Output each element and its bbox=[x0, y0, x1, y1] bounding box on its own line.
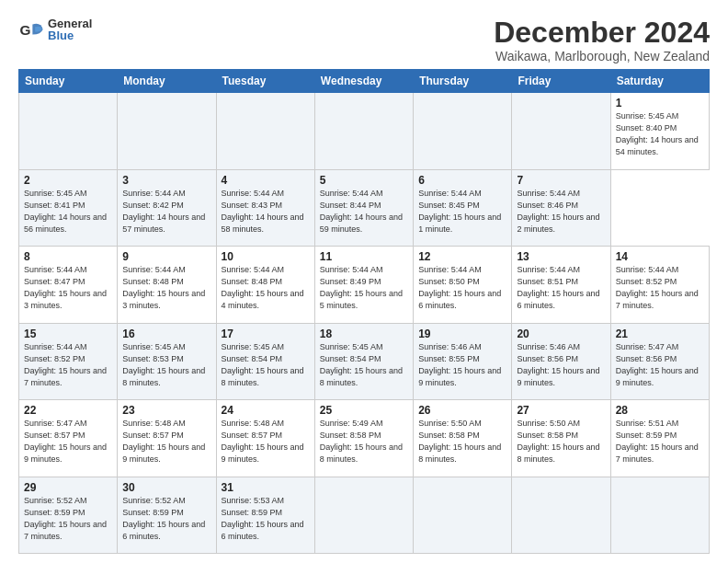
day-cell: 17Sunrise: 5:45 AMSunset: 8:54 PMDayligh… bbox=[216, 323, 314, 399]
day-number: 14 bbox=[616, 250, 704, 263]
day-info: Sunrise: 5:49 AMSunset: 8:58 PMDaylight:… bbox=[320, 418, 408, 465]
day-cell bbox=[414, 477, 512, 553]
day-cell: 20Sunrise: 5:46 AMSunset: 8:56 PMDayligh… bbox=[512, 323, 610, 399]
day-info: Sunrise: 5:44 AMSunset: 8:46 PMDaylight:… bbox=[517, 188, 605, 236]
day-info: Sunrise: 5:44 AMSunset: 8:50 PMDaylight:… bbox=[418, 264, 506, 312]
day-info: Sunrise: 5:48 AMSunset: 8:57 PMDaylight:… bbox=[222, 418, 310, 465]
day-number: 22 bbox=[24, 404, 112, 417]
day-info: Sunrise: 5:50 AMSunset: 8:58 PMDaylight:… bbox=[418, 418, 506, 465]
day-cell: 31Sunrise: 5:53 AMSunset: 8:59 PMDayligh… bbox=[216, 477, 314, 553]
day-cell: 22Sunrise: 5:47 AMSunset: 8:57 PMDayligh… bbox=[19, 400, 118, 477]
day-info: Sunrise: 5:44 AMSunset: 8:42 PMDaylight:… bbox=[122, 188, 210, 236]
col-wednesday: Wednesday bbox=[314, 70, 413, 93]
calendar-week-4: 15Sunrise: 5:44 AMSunset: 8:52 PMDayligh… bbox=[19, 323, 710, 399]
day-info: Sunrise: 5:44 AMSunset: 8:45 PMDaylight:… bbox=[418, 188, 506, 236]
day-info: Sunrise: 5:44 AMSunset: 8:51 PMDaylight:… bbox=[517, 264, 605, 312]
day-info: Sunrise: 5:45 AMSunset: 8:54 PMDaylight:… bbox=[320, 341, 408, 389]
day-cell: 7Sunrise: 5:44 AMSunset: 8:46 PMDaylight… bbox=[512, 169, 610, 246]
empty-cell bbox=[512, 93, 610, 169]
logo-icon: G bbox=[18, 17, 44, 42]
day-info: Sunrise: 5:48 AMSunset: 8:57 PMDaylight:… bbox=[122, 418, 210, 465]
day-cell: 15Sunrise: 5:44 AMSunset: 8:52 PMDayligh… bbox=[19, 323, 118, 399]
day-number: 10 bbox=[222, 250, 310, 263]
day-info: Sunrise: 5:45 AMSunset: 8:40 PMDaylight:… bbox=[616, 110, 704, 158]
day-cell: 21Sunrise: 5:47 AMSunset: 8:56 PMDayligh… bbox=[610, 323, 709, 399]
calendar-body: 1Sunrise: 5:45 AMSunset: 8:40 PMDaylight… bbox=[19, 93, 710, 554]
col-friday: Friday bbox=[512, 70, 610, 93]
day-cell: 4Sunrise: 5:44 AMSunset: 8:43 PMDaylight… bbox=[216, 169, 314, 246]
day-cell: 8Sunrise: 5:44 AMSunset: 8:47 PMDaylight… bbox=[19, 247, 118, 323]
day-cell: 18Sunrise: 5:45 AMSunset: 8:54 PMDayligh… bbox=[314, 323, 413, 399]
day-number: 24 bbox=[222, 404, 310, 417]
day-cell: 26Sunrise: 5:50 AMSunset: 8:58 PMDayligh… bbox=[414, 400, 512, 477]
day-number: 21 bbox=[616, 327, 704, 340]
day-number: 27 bbox=[517, 404, 605, 417]
day-cell: 5Sunrise: 5:44 AMSunset: 8:44 PMDaylight… bbox=[314, 169, 413, 246]
calendar-table: Sunday Monday Tuesday Wednesday Thursday… bbox=[18, 69, 710, 554]
day-info: Sunrise: 5:51 AMSunset: 8:59 PMDaylight:… bbox=[616, 418, 704, 465]
day-info: Sunrise: 5:44 AMSunset: 8:44 PMDaylight:… bbox=[320, 188, 408, 236]
col-sunday: Sunday bbox=[19, 70, 118, 93]
day-cell: 23Sunrise: 5:48 AMSunset: 8:57 PMDayligh… bbox=[118, 400, 216, 477]
day-number: 30 bbox=[122, 481, 210, 494]
empty-cell bbox=[118, 93, 216, 169]
day-number: 28 bbox=[616, 404, 704, 417]
day-cell: 3Sunrise: 5:44 AMSunset: 8:42 PMDaylight… bbox=[118, 169, 216, 246]
calendar-week-2: 2Sunrise: 5:45 AMSunset: 8:41 PMDaylight… bbox=[19, 169, 710, 246]
empty-cell bbox=[314, 93, 413, 169]
title-block: December 2024 Waikawa, Marlborough, New … bbox=[494, 17, 710, 63]
day-number: 12 bbox=[418, 250, 506, 263]
calendar-week-5: 22Sunrise: 5:47 AMSunset: 8:57 PMDayligh… bbox=[19, 400, 710, 477]
day-info: Sunrise: 5:44 AMSunset: 8:49 PMDaylight:… bbox=[320, 264, 408, 312]
day-number: 5 bbox=[320, 174, 408, 187]
day-info: Sunrise: 5:47 AMSunset: 8:57 PMDaylight:… bbox=[24, 418, 112, 465]
col-tuesday: Tuesday bbox=[216, 70, 314, 93]
day-cell: 1Sunrise: 5:45 AMSunset: 8:40 PMDaylight… bbox=[610, 93, 709, 169]
day-cell: 16Sunrise: 5:45 AMSunset: 8:53 PMDayligh… bbox=[118, 323, 216, 399]
day-cell: 11Sunrise: 5:44 AMSunset: 8:49 PMDayligh… bbox=[314, 247, 413, 323]
day-number: 3 bbox=[122, 174, 210, 187]
day-number: 25 bbox=[320, 404, 408, 417]
day-cell: 6Sunrise: 5:44 AMSunset: 8:45 PMDaylight… bbox=[414, 169, 512, 246]
day-info: Sunrise: 5:52 AMSunset: 8:59 PMDaylight:… bbox=[122, 495, 210, 543]
day-number: 19 bbox=[418, 327, 506, 340]
empty-cell bbox=[414, 93, 512, 169]
day-info: Sunrise: 5:44 AMSunset: 8:52 PMDaylight:… bbox=[24, 341, 112, 389]
day-info: Sunrise: 5:44 AMSunset: 8:52 PMDaylight:… bbox=[616, 264, 704, 312]
day-cell: 30Sunrise: 5:52 AMSunset: 8:59 PMDayligh… bbox=[118, 477, 216, 553]
day-cell: 13Sunrise: 5:44 AMSunset: 8:51 PMDayligh… bbox=[512, 247, 610, 323]
day-number: 31 bbox=[222, 481, 310, 494]
day-info: Sunrise: 5:46 AMSunset: 8:56 PMDaylight:… bbox=[517, 341, 605, 389]
day-cell: 9Sunrise: 5:44 AMSunset: 8:48 PMDaylight… bbox=[118, 247, 216, 323]
day-cell: 25Sunrise: 5:49 AMSunset: 8:58 PMDayligh… bbox=[314, 400, 413, 477]
day-number: 16 bbox=[122, 327, 210, 340]
day-info: Sunrise: 5:52 AMSunset: 8:59 PMDaylight:… bbox=[24, 495, 112, 543]
day-number: 17 bbox=[222, 327, 310, 340]
empty-cell bbox=[19, 93, 118, 169]
day-info: Sunrise: 5:44 AMSunset: 8:48 PMDaylight:… bbox=[222, 264, 310, 312]
day-cell: 27Sunrise: 5:50 AMSunset: 8:58 PMDayligh… bbox=[512, 400, 610, 477]
day-number: 6 bbox=[418, 174, 506, 187]
day-info: Sunrise: 5:45 AMSunset: 8:41 PMDaylight:… bbox=[24, 188, 112, 236]
day-cell bbox=[610, 477, 709, 553]
svg-text:G: G bbox=[19, 22, 30, 38]
day-number: 8 bbox=[24, 250, 112, 263]
page: G General Blue December 2024 Waikawa, Ma… bbox=[0, 0, 728, 563]
logo-text: General Blue bbox=[48, 17, 92, 41]
day-cell: 2Sunrise: 5:45 AMSunset: 8:41 PMDaylight… bbox=[19, 169, 118, 246]
day-cell: 19Sunrise: 5:46 AMSunset: 8:55 PMDayligh… bbox=[414, 323, 512, 399]
day-cell bbox=[314, 477, 413, 553]
header: G General Blue December 2024 Waikawa, Ma… bbox=[18, 17, 710, 63]
day-number: 7 bbox=[517, 174, 605, 187]
day-info: Sunrise: 5:50 AMSunset: 8:58 PMDaylight:… bbox=[517, 418, 605, 465]
col-thursday: Thursday bbox=[414, 70, 512, 93]
day-info: Sunrise: 5:53 AMSunset: 8:59 PMDaylight:… bbox=[222, 495, 310, 543]
day-cell: 24Sunrise: 5:48 AMSunset: 8:57 PMDayligh… bbox=[216, 400, 314, 477]
day-info: Sunrise: 5:44 AMSunset: 8:47 PMDaylight:… bbox=[24, 264, 112, 312]
day-cell: 10Sunrise: 5:44 AMSunset: 8:48 PMDayligh… bbox=[216, 247, 314, 323]
calendar-header: Sunday Monday Tuesday Wednesday Thursday… bbox=[19, 70, 710, 93]
day-number: 9 bbox=[122, 250, 210, 263]
day-number: 2 bbox=[24, 174, 112, 187]
day-number: 4 bbox=[222, 174, 310, 187]
day-info: Sunrise: 5:46 AMSunset: 8:55 PMDaylight:… bbox=[418, 341, 506, 389]
